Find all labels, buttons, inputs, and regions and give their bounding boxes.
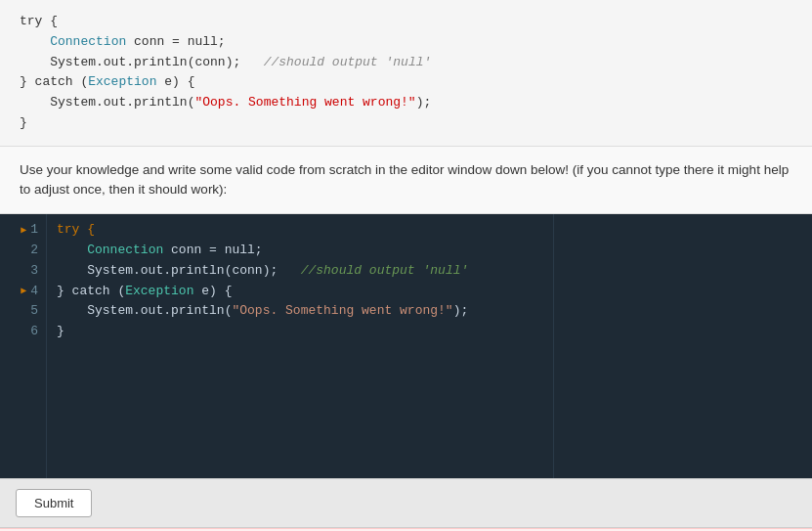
submit-button[interactable]: Submit: [16, 489, 92, 517]
line-numbers: ▶1 2 3 ▶4 5 6: [0, 214, 47, 478]
code-display-box: try { Connection conn = null; System.out…: [0, 0, 812, 147]
line-num-1: ▶1: [0, 220, 46, 241]
editor-line-4: } catch (Exception e) {: [57, 282, 543, 302]
instruction-text: Use your knowledge and write some valid …: [0, 147, 812, 215]
code-line-1: try {: [20, 12, 792, 32]
editor-line-2: Connection conn = null;: [57, 241, 543, 261]
editor-line-5: System.out.println("Oops. Something went…: [57, 301, 543, 322]
code-line-3: System.out.println(conn); //should outpu…: [20, 53, 792, 73]
line-num-2: 2: [0, 241, 46, 261]
submit-bar: Submit: [0, 478, 812, 528]
code-line-6: }: [20, 113, 792, 134]
line-num-3: 3: [0, 261, 46, 282]
editor-line-1: try {: [57, 220, 543, 241]
code-line-5: System.out.println("Oops. Something went…: [20, 93, 792, 113]
editor-line-6: }: [57, 322, 543, 342]
line-num-4: ▶4: [0, 282, 46, 302]
code-line-4: } catch (Exception e) {: [20, 72, 792, 93]
editor-line-3: System.out.println(conn); //should outpu…: [57, 261, 543, 282]
right-panel: [553, 214, 812, 478]
code-line-2: Connection conn = null;: [20, 32, 792, 53]
line-num-5: 5: [0, 301, 46, 322]
code-editor[interactable]: try { Connection conn = null; System.out…: [47, 214, 553, 478]
line-num-6: 6: [0, 322, 46, 342]
editor-area: ▶1 2 3 ▶4 5 6 try { Connection conn = nu…: [0, 214, 812, 478]
